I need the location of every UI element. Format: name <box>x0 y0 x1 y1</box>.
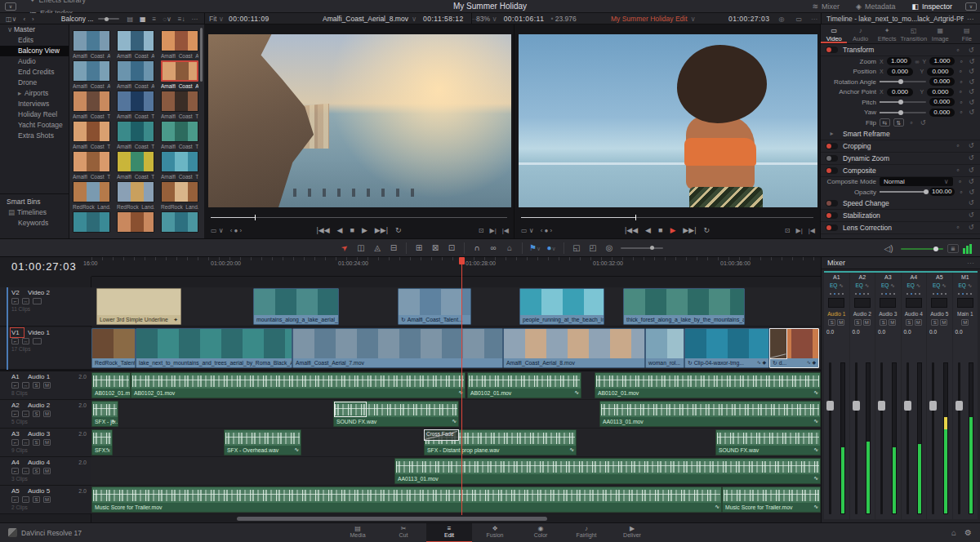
track-id-badge[interactable]: V1 <box>11 329 23 336</box>
match-frame-icon[interactable]: ⊡ <box>479 227 484 234</box>
fader-handle[interactable] <box>878 401 885 411</box>
position-lock-toggle[interactable]: ⌂ <box>501 243 518 252</box>
auto-select-icon[interactable]: ↔ <box>22 298 29 304</box>
strip-mute-button[interactable]: M <box>961 319 969 326</box>
transition-cross-fade[interactable]: Cross Fade <box>424 429 459 441</box>
grid-view-icon[interactable]: ▦ <box>140 16 146 23</box>
reset-icon[interactable]: ↺ <box>967 178 975 185</box>
stop-button[interactable]: ■ <box>350 226 354 234</box>
tl-out-point-icon[interactable]: |◀ <box>808 227 815 234</box>
mixer-overflow-menu[interactable]: ··· <box>967 259 974 267</box>
track-header-a1[interactable]: A1Audio 12.0⌐↔SM8 Clips <box>0 371 91 400</box>
section-enable-toggle[interactable] <box>826 224 838 231</box>
timeline-volume-slider[interactable] <box>901 248 943 250</box>
strip-solo-button[interactable]: S <box>880 319 887 326</box>
detail-zoom-icon[interactable]: ◰ <box>585 243 601 252</box>
inspector-section-transform[interactable]: Transform∘↺ <box>821 44 980 56</box>
dim-audio-button[interactable]: ≣ <box>947 244 959 253</box>
strip-eq[interactable]: EQ ∿ <box>927 280 952 289</box>
source-viewer-image[interactable] <box>208 34 511 207</box>
media-pool-clip[interactable]: Amalfi_Coast_T... <box>117 151 154 180</box>
track-lock-icon[interactable]: ⌐ <box>11 411 19 417</box>
section-enable-toggle[interactable] <box>826 167 838 174</box>
smart-bin-timelines[interactable]: ▤Timelines <box>0 207 69 218</box>
keyframe-icon[interactable]: ∘ <box>957 68 964 75</box>
strip-mute-button[interactable]: M <box>837 319 844 326</box>
inspector-tab-transition[interactable]: ◱Transition <box>900 24 927 43</box>
strip-pan-grid[interactable] <box>854 298 871 308</box>
mixer-strip-a2[interactable]: A2EQ ∿Audio 2SM0.0 <box>850 273 875 519</box>
inspector-tab-effects[interactable]: ✦Effects <box>874 24 900 43</box>
full-extent-zoom-icon[interactable]: ◱ <box>568 243 585 252</box>
strip-eq[interactable]: EQ ∿ <box>850 280 875 289</box>
page-tab-edit[interactable]: ≡Edit <box>426 523 472 542</box>
track-id-badge[interactable]: A4 <box>11 459 23 466</box>
in-point-icon[interactable]: ▶| <box>490 227 497 234</box>
flag-dropdown[interactable]: ⚑∨ <box>527 243 543 252</box>
timeline-clip[interactable]: mountains_along_a_lake_aerial_by_Roma... <box>253 288 339 325</box>
snapping-toggle[interactable]: ∩ <box>469 243 485 252</box>
auto-select-icon[interactable]: ↔ <box>22 338 29 344</box>
y-value-input[interactable]: 0.000 <box>927 68 954 76</box>
inspector-section-speed-change[interactable]: Speed Change↺ <box>821 198 980 210</box>
inspector-section-cropping[interactable]: Cropping∘↺ <box>821 140 980 153</box>
strip-fader[interactable] <box>932 362 934 514</box>
sidebar-bin-audio[interactable]: Audio <box>0 56 69 67</box>
timeline-clip[interactable]: SFX - je...∿ <box>91 401 118 427</box>
inspector-section-stabilization[interactable]: Stabilization↺ <box>821 210 980 222</box>
strip-pan-grid[interactable] <box>957 298 973 308</box>
track-header-a5[interactable]: A5Audio 52.0⌐↔SM2 Clips <box>0 486 91 514</box>
strip-fader[interactable] <box>855 362 858 514</box>
timeline-clip[interactable]: Music Score for Trailer.mov∿ <box>722 486 821 513</box>
go-to-end-button[interactable]: ▶▶| <box>375 226 388 234</box>
inspector-tab-video[interactable]: ▭Video <box>821 24 847 43</box>
timeline-clip[interactable]: AB0102_01.mov∿ <box>131 372 466 398</box>
value-slider[interactable] <box>880 112 926 113</box>
keyframe-icon[interactable]: ∘ <box>958 189 965 196</box>
track-visibility-icon[interactable] <box>33 338 42 344</box>
reset-icon[interactable]: ↺ <box>968 68 975 75</box>
reset-icon[interactable]: ↺ <box>968 109 975 116</box>
timeline-clip[interactable]: Music Score for Trailer.mov∿ <box>91 486 722 513</box>
tl-match-frame-icon[interactable]: ⊡ <box>785 227 791 234</box>
audio-meters-icon[interactable] <box>963 244 972 254</box>
link-xy-icon[interactable]: ∞ <box>915 59 919 64</box>
reset-icon[interactable]: ↺ <box>967 224 975 231</box>
section-enable-toggle[interactable] <box>826 143 838 149</box>
mute-button[interactable]: M <box>43 496 51 503</box>
tl-in-point-icon[interactable]: ▶| <box>796 227 803 234</box>
sidebar-bin-airports[interactable]: ▸Airports <box>0 88 69 99</box>
reset-icon[interactable]: ↺ <box>919 119 927 127</box>
page-tab-fairlight[interactable]: ♪Fairlight <box>564 523 609 542</box>
media-pool-clip[interactable]: RedRock_Land... <box>73 181 110 210</box>
media-pool-clip[interactable]: RedRock_Land... <box>161 181 198 210</box>
keyframe-icon[interactable]: ∘ <box>907 119 915 127</box>
strip-pan-grid[interactable] <box>931 298 947 308</box>
timeline-scrub-bar[interactable] <box>521 214 813 220</box>
timeline-clip[interactable]: ↻Clip-04-waxor-tmg...∿ ◆ <box>684 328 769 368</box>
thumbnail-size-slider[interactable] <box>98 18 119 20</box>
value-input[interactable]: 0.000 <box>929 78 955 86</box>
strip-solo-button[interactable]: S <box>931 319 938 326</box>
reset-icon[interactable]: ↺ <box>967 154 975 162</box>
track-lane-a4[interactable]: AA0113_01.mov∿ <box>91 457 821 486</box>
section-enable-toggle[interactable] <box>826 200 838 207</box>
section-enable-toggle[interactable] <box>826 212 838 219</box>
auto-select-icon[interactable]: ↔ <box>22 382 29 389</box>
strip-eq[interactable]: EQ ∿ <box>953 280 978 289</box>
media-pool-clip[interactable]: Amalfi_Coast_A... <box>73 60 110 89</box>
timeline-viewer-image[interactable] <box>519 34 817 207</box>
source-scrub-bar[interactable] <box>211 214 507 220</box>
selection-tool[interactable]: ➤ <box>336 239 354 256</box>
strip-eq[interactable]: EQ ∿ <box>824 280 849 289</box>
media-pool-clip[interactable]: Amalfi_Coast_A... <box>117 60 154 89</box>
timeline-viewer-overflow[interactable]: ··· <box>811 15 818 23</box>
sidebar-bin-interviews[interactable]: Interviews <box>0 99 69 109</box>
fader-handle[interactable] <box>826 401 834 411</box>
window-layout-icon[interactable]: ∨ <box>5 2 16 11</box>
timeline-clip[interactable]: RedRock_Talent_3... <box>91 328 136 368</box>
source-clip-dropdown[interactable]: Amalfi_Coast_Aerial_8.mov∨ <box>323 13 416 24</box>
solo-button[interactable]: S <box>33 382 40 389</box>
nav-forward-icon[interactable]: › <box>32 16 34 23</box>
inspector-section-lens-correction[interactable]: Lens Correction∘↺ <box>821 222 980 234</box>
